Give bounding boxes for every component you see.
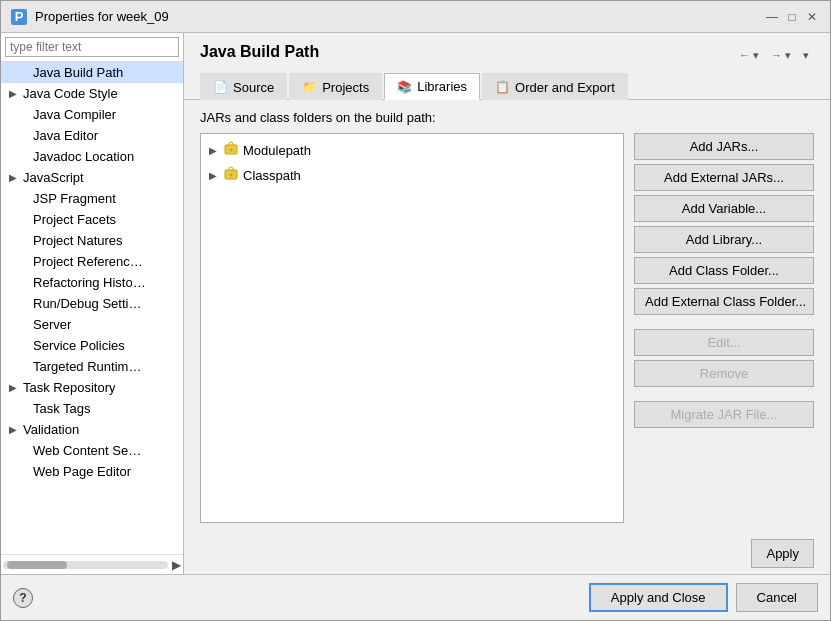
help-button[interactable]: ? <box>13 588 33 608</box>
sidebar-label-service-policies: Service Policies <box>33 338 125 353</box>
tree-item-classpath[interactable]: ▶ Classpath <box>201 163 623 188</box>
sidebar-label-java-compiler: Java Compiler <box>33 107 116 122</box>
svg-point-1 <box>230 149 233 152</box>
content-area: Java Build Path▶Java Code StyleJava Comp… <box>1 33 830 574</box>
sidebar-label-refactoring-history: Refactoring Histo… <box>33 275 146 290</box>
tab-libraries[interactable]: 📚Libraries <box>384 73 480 100</box>
sidebar-item-javascript[interactable]: ▶JavaScript <box>1 167 183 188</box>
sidebar-item-web-content-se[interactable]: Web Content Se… <box>1 440 183 461</box>
nav-menu-button[interactable]: ▾ <box>798 46 814 65</box>
sidebar-item-javadoc-location[interactable]: Javadoc Location <box>1 146 183 167</box>
tab-icon-source: 📄 <box>213 80 228 94</box>
titlebar: P Properties for week_09 — □ ✕ <box>1 1 830 33</box>
sidebar-label-web-page-editor: Web Page Editor <box>33 464 131 479</box>
tab-icon-libraries: 📚 <box>397 80 412 94</box>
tab-order-export[interactable]: 📋Order and Export <box>482 73 628 100</box>
action-btn-add-class-folder[interactable]: Add Class Folder... <box>634 257 814 284</box>
tree-label-classpath: Classpath <box>243 168 301 183</box>
sidebar-item-web-page-editor[interactable]: Web Page Editor <box>1 461 183 482</box>
tab-label-source: Source <box>233 80 274 95</box>
action-btn-add-library[interactable]: Add Library... <box>634 226 814 253</box>
tab-projects[interactable]: 📁Projects <box>289 73 382 100</box>
tree-arrow-modulepath: ▶ <box>209 145 219 156</box>
sidebar-item-java-code-style[interactable]: ▶Java Code Style <box>1 83 183 104</box>
window-title: Properties for week_09 <box>35 9 756 24</box>
tree-label-modulepath: Modulepath <box>243 143 311 158</box>
sidebar-label-task-repository: Task Repository <box>23 380 115 395</box>
sidebar-item-task-repository[interactable]: ▶Task Repository <box>1 377 183 398</box>
tabs-row: 📄Source📁Projects📚Libraries📋Order and Exp… <box>184 73 830 100</box>
main-header: Java Build Path ← ▾ → ▾ ▾ <box>184 33 830 73</box>
sidebar-filter-area <box>1 33 183 62</box>
minimize-button[interactable]: — <box>764 9 780 25</box>
tree-icon-classpath <box>223 166 239 185</box>
sidebar-label-run-debug-settings: Run/Debug Setti… <box>33 296 141 311</box>
sidebar-filter-input[interactable] <box>5 37 179 57</box>
close-button[interactable]: ✕ <box>804 9 820 25</box>
sidebar-item-validation[interactable]: ▶Validation <box>1 419 183 440</box>
action-btn-edit: Edit... <box>634 329 814 356</box>
window-icon: P <box>11 9 27 25</box>
sidebar-item-java-build-path[interactable]: Java Build Path <box>1 62 183 83</box>
sidebar: Java Build Path▶Java Code StyleJava Comp… <box>1 33 184 574</box>
maximize-button[interactable]: □ <box>784 9 800 25</box>
apply-button[interactable]: Apply <box>751 539 814 568</box>
tree-item-modulepath[interactable]: ▶ Modulepath <box>201 138 623 163</box>
sidebar-label-validation: Validation <box>23 422 79 437</box>
expand-arrow-java-code-style: ▶ <box>9 88 19 99</box>
back-button[interactable]: ← ▾ <box>734 46 764 65</box>
sidebar-scrollbar[interactable]: ▶ <box>1 554 183 574</box>
sidebar-scroll-thumb[interactable] <box>7 561 67 569</box>
tree-panel[interactable]: ▶ Modulepath▶ Classpath <box>200 133 624 523</box>
properties-window: P Properties for week_09 — □ ✕ Java Buil… <box>0 0 831 621</box>
sidebar-item-service-policies[interactable]: Service Policies <box>1 335 183 356</box>
sidebar-label-project-natures: Project Natures <box>33 233 123 248</box>
window-controls: — □ ✕ <box>764 9 820 25</box>
action-btn-add-variable[interactable]: Add Variable... <box>634 195 814 222</box>
tab-source[interactable]: 📄Source <box>200 73 287 100</box>
content-description: JARs and class folders on the build path… <box>200 110 814 125</box>
sidebar-item-java-compiler[interactable]: Java Compiler <box>1 104 183 125</box>
apply-area: Apply <box>184 533 830 574</box>
sidebar-item-project-natures[interactable]: Project Natures <box>1 230 183 251</box>
expand-arrow-task-repository: ▶ <box>9 382 19 393</box>
forward-button[interactable]: → ▾ <box>766 46 796 65</box>
sidebar-item-jsp-fragment[interactable]: JSP Fragment <box>1 188 183 209</box>
sidebar-label-project-references: Project Referenc… <box>33 254 143 269</box>
tab-label-libraries: Libraries <box>417 79 467 94</box>
main-panel: Java Build Path ← ▾ → ▾ ▾ 📄Source📁Projec… <box>184 33 830 574</box>
sidebar-label-java-editor: Java Editor <box>33 128 98 143</box>
sidebar-item-project-facets[interactable]: Project Facets <box>1 209 183 230</box>
action-btn-add-external-jars[interactable]: Add External JARs... <box>634 164 814 191</box>
sidebar-label-web-content-se: Web Content Se… <box>33 443 141 458</box>
tab-icon-order-export: 📋 <box>495 80 510 94</box>
button-spacer <box>634 319 814 325</box>
svg-point-3 <box>230 174 233 177</box>
cancel-button[interactable]: Cancel <box>736 583 818 612</box>
sidebar-item-task-tags[interactable]: Task Tags <box>1 398 183 419</box>
sidebar-label-javascript: JavaScript <box>23 170 84 185</box>
sidebar-item-project-references[interactable]: Project Referenc… <box>1 251 183 272</box>
action-btn-add-jars[interactable]: Add JARs... <box>634 133 814 160</box>
tab-label-order-export: Order and Export <box>515 80 615 95</box>
sidebar-item-java-editor[interactable]: Java Editor <box>1 125 183 146</box>
action-btn-add-external-class-folder[interactable]: Add External Class Folder... <box>634 288 814 315</box>
apply-close-button[interactable]: Apply and Close <box>589 583 728 612</box>
sidebar-item-targeted-runtime[interactable]: Targeted Runtim… <box>1 356 183 377</box>
sidebar-scroll-right[interactable]: ▶ <box>172 558 181 572</box>
tree-icon-modulepath <box>223 141 239 160</box>
sidebar-item-run-debug-settings[interactable]: Run/Debug Setti… <box>1 293 183 314</box>
sidebar-list: Java Build Path▶Java Code StyleJava Comp… <box>1 62 183 554</box>
main-title: Java Build Path <box>200 43 319 61</box>
sidebar-item-refactoring-history[interactable]: Refactoring Histo… <box>1 272 183 293</box>
sidebar-label-server: Server <box>33 317 71 332</box>
build-path-area: ▶ Modulepath▶ Classpath Add JARs...Add E… <box>200 133 814 523</box>
nav-arrows: ← ▾ → ▾ ▾ <box>734 46 814 65</box>
button-spacer <box>634 391 814 397</box>
sidebar-item-server[interactable]: Server <box>1 314 183 335</box>
tab-label-projects: Projects <box>322 80 369 95</box>
tab-icon-projects: 📁 <box>302 80 317 94</box>
action-btn-migrate-jar-file: Migrate JAR File... <box>634 401 814 428</box>
sidebar-label-project-facets: Project Facets <box>33 212 116 227</box>
sidebar-scroll-track <box>3 561 168 569</box>
